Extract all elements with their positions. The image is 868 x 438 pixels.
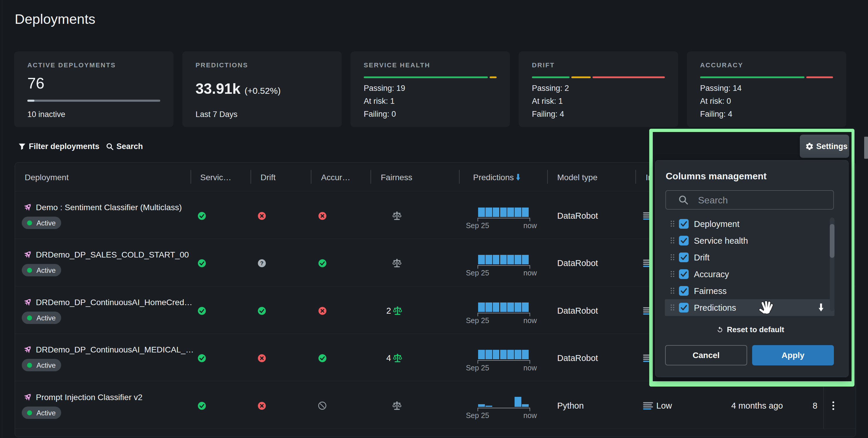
- svg-text:?: ?: [260, 260, 264, 266]
